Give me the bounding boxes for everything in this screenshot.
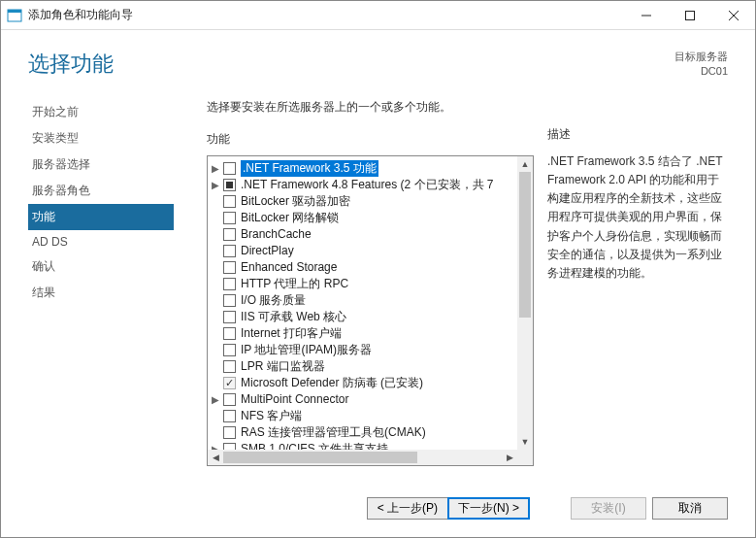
svg-rect-3 <box>685 11 694 19</box>
feature-checkbox[interactable] <box>223 393 236 406</box>
sidebar-item-results[interactable]: 结果 <box>28 280 174 306</box>
feature-checkbox[interactable] <box>223 311 236 323</box>
install-button[interactable]: 安装(I) <box>571 497 646 520</box>
sidebar-item-ad-ds[interactable]: AD DS <box>28 230 174 253</box>
feature-checkbox[interactable] <box>223 212 236 224</box>
vertical-scrollbar[interactable]: ▲ ▼ <box>517 156 533 450</box>
feature-checkbox[interactable] <box>223 426 236 439</box>
close-button[interactable] <box>711 1 755 29</box>
feature-label[interactable]: MultiPoint Connector <box>241 392 348 406</box>
sidebar-item-server-selection[interactable]: 服务器选择 <box>28 151 174 178</box>
feature-checkbox[interactable] <box>223 294 236 307</box>
page-header: 选择功能 目标服务器 DC01 <box>1 30 755 89</box>
wizard-steps-sidebar: 开始之前 安装类型 服务器选择 服务器角色 功能 AD DS 确认 结果 <box>28 89 174 479</box>
feature-label[interactable]: I/O 服务质量 <box>241 292 306 309</box>
feature-label[interactable]: Internet 打印客户端 <box>241 325 342 342</box>
feature-checkbox <box>223 377 236 389</box>
cancel-button[interactable]: 取消 <box>652 497 728 520</box>
feature-label[interactable]: BitLocker 网络解锁 <box>241 210 339 226</box>
scroll-up-icon[interactable]: ▲ <box>517 156 533 172</box>
feature-row[interactable]: IP 地址管理(IPAM)服务器 <box>210 342 515 358</box>
horizontal-scrollbar[interactable]: ◀ ▶ <box>208 450 517 465</box>
feature-label[interactable]: Microsoft Defender 防病毒 (已安装) <box>241 375 423 391</box>
feature-label[interactable]: IIS 可承载 Web 核心 <box>241 309 346 325</box>
description-text: .NET Framework 3.5 结合了 .NET Framework 2.… <box>547 152 728 283</box>
feature-label[interactable]: Enhanced Storage <box>241 260 337 274</box>
scroll-right-icon[interactable]: ▶ <box>502 450 517 465</box>
feature-row[interactable]: Microsoft Defender 防病毒 (已安装) <box>210 375 515 391</box>
target-label: 目标服务器 <box>674 50 728 64</box>
feature-row[interactable]: IIS 可承载 Web 核心 <box>210 309 515 325</box>
previous-button[interactable]: < 上一步(P) <box>367 497 447 520</box>
feature-row[interactable]: LPR 端口监视器 <box>210 358 515 375</box>
feature-label[interactable]: BitLocker 驱动器加密 <box>241 193 350 210</box>
target-server-info: 目标服务器 DC01 <box>674 50 728 80</box>
feature-label[interactable]: DirectPlay <box>241 244 294 257</box>
sidebar-item-server-roles[interactable]: 服务器角色 <box>28 178 174 204</box>
feature-label[interactable]: .NET Framework 3.5 功能 <box>241 160 378 177</box>
next-button[interactable]: 下一步(N) > <box>447 497 530 520</box>
feature-checkbox[interactable] <box>223 261 236 274</box>
feature-row[interactable]: BitLocker 网络解锁 <box>210 210 515 226</box>
feature-checkbox[interactable] <box>223 443 236 450</box>
features-tree: ▶.NET Framework 3.5 功能▶.NET Framework 4.… <box>207 155 534 466</box>
feature-row[interactable]: Enhanced Storage <box>210 259 515 276</box>
vertical-scroll-thumb[interactable] <box>519 172 531 318</box>
wizard-footer: < 上一步(P) 下一步(N) > 安装(I) 取消 <box>1 479 755 537</box>
feature-checkbox[interactable] <box>223 278 236 290</box>
feature-label[interactable]: SMB 1.0/CIFS 文件共享支持 <box>241 441 388 450</box>
target-value: DC01 <box>674 64 728 79</box>
expander-icon[interactable]: ▶ <box>210 180 221 190</box>
feature-row[interactable]: BranchCache <box>210 226 515 243</box>
feature-checkbox[interactable] <box>223 245 236 257</box>
feature-checkbox[interactable] <box>223 195 236 208</box>
feature-checkbox[interactable] <box>223 360 236 373</box>
instruction-text: 选择要安装在所选服务器上的一个或多个功能。 <box>207 99 534 116</box>
feature-label[interactable]: BranchCache <box>241 227 312 241</box>
feature-row[interactable]: NFS 客户端 <box>210 408 515 424</box>
feature-row[interactable]: ▶.NET Framework 4.8 Features (2 个已安装，共 7 <box>210 177 515 193</box>
feature-label[interactable]: IP 地址管理(IPAM)服务器 <box>241 342 372 358</box>
scroll-left-icon[interactable]: ◀ <box>208 450 223 465</box>
window-title: 添加角色和功能向导 <box>28 7 624 23</box>
scroll-corner <box>517 450 533 465</box>
feature-label[interactable]: HTTP 代理上的 RPC <box>241 276 348 292</box>
feature-label[interactable]: RAS 连接管理器管理工具包(CMAK) <box>241 424 426 441</box>
sidebar-item-features[interactable]: 功能 <box>28 204 174 230</box>
description-label: 描述 <box>547 126 728 143</box>
feature-row[interactable]: RAS 连接管理器管理工具包(CMAK) <box>210 424 515 441</box>
feature-label[interactable]: LPR 端口监视器 <box>241 358 325 375</box>
feature-row[interactable]: ▶.NET Framework 3.5 功能 <box>210 160 515 177</box>
feature-row[interactable]: ▶SMB 1.0/CIFS 文件共享支持 <box>210 441 515 450</box>
titlebar: 添加角色和功能向导 <box>1 1 755 30</box>
feature-checkbox[interactable] <box>223 179 236 191</box>
feature-row[interactable]: Internet 打印客户端 <box>210 325 515 342</box>
feature-row[interactable]: DirectPlay <box>210 243 515 259</box>
expander-icon[interactable]: ▶ <box>210 163 221 174</box>
maximize-button[interactable] <box>668 1 711 29</box>
feature-row[interactable]: I/O 服务质量 <box>210 292 515 309</box>
scroll-down-icon[interactable]: ▼ <box>517 434 533 450</box>
feature-checkbox[interactable] <box>223 344 236 356</box>
feature-label[interactable]: NFS 客户端 <box>241 408 302 424</box>
horizontal-scroll-thumb[interactable] <box>223 452 417 463</box>
sidebar-item-before-you-begin[interactable]: 开始之前 <box>28 99 174 125</box>
feature-label[interactable]: .NET Framework 4.8 Features (2 个已安装，共 7 <box>241 177 494 193</box>
svg-rect-1 <box>8 10 21 13</box>
sidebar-item-installation-type[interactable]: 安装类型 <box>28 125 174 151</box>
expander-icon[interactable]: ▶ <box>210 394 221 405</box>
feature-row[interactable]: HTTP 代理上的 RPC <box>210 276 515 292</box>
features-label: 功能 <box>207 131 534 148</box>
app-icon <box>7 8 22 23</box>
feature-checkbox[interactable] <box>223 162 236 175</box>
feature-checkbox[interactable] <box>223 228 236 241</box>
sidebar-item-confirmation[interactable]: 确认 <box>28 253 174 280</box>
feature-row[interactable]: ▶MultiPoint Connector <box>210 391 515 408</box>
page-title: 选择功能 <box>28 50 114 80</box>
feature-row[interactable]: BitLocker 驱动器加密 <box>210 193 515 210</box>
feature-checkbox[interactable] <box>223 410 236 422</box>
minimize-button[interactable] <box>624 1 668 29</box>
feature-checkbox[interactable] <box>223 327 236 340</box>
